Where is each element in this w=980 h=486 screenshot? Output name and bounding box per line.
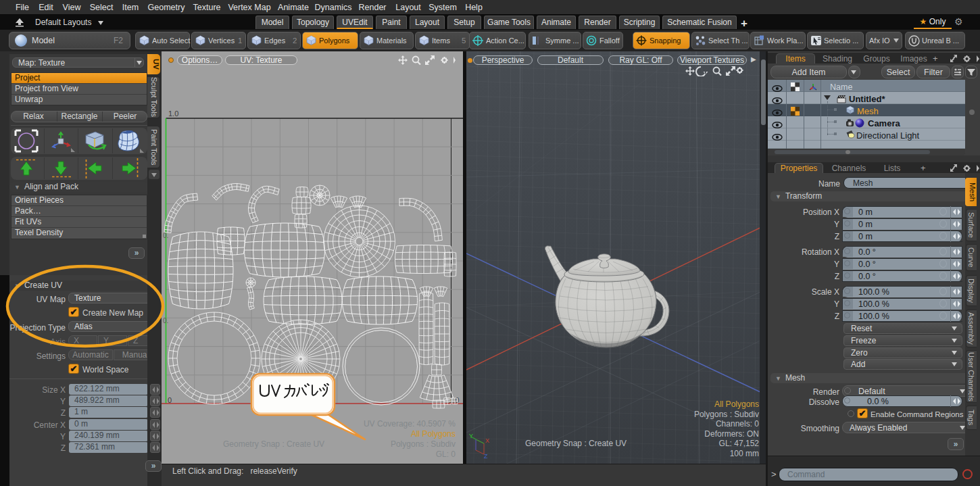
svg-text:Z: Z bbox=[484, 453, 488, 460]
svg-text:Y: Y bbox=[469, 433, 473, 439]
svg-text:X: X bbox=[485, 437, 489, 444]
